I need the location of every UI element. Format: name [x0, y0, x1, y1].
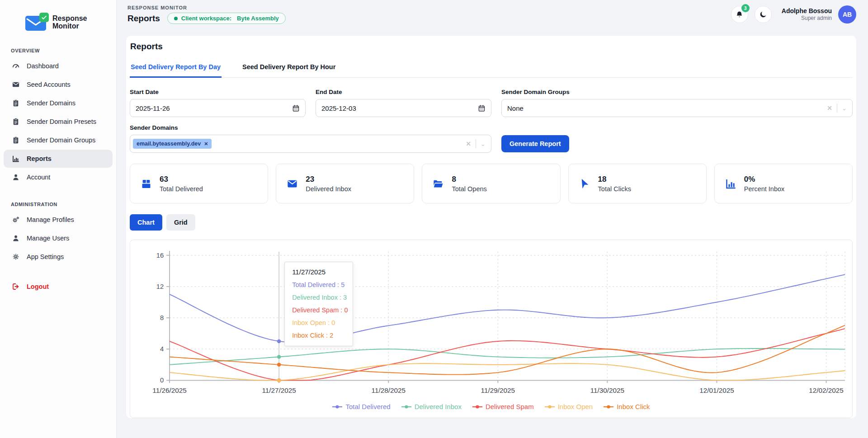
brand-logo: Response Monitor: [0, 12, 116, 33]
domain-tag[interactable]: email.byteassembly.dev ✕: [133, 139, 212, 149]
sidebar-item-account[interactable]: Account: [4, 168, 113, 186]
avatar[interactable]: AB: [838, 5, 856, 24]
sidebar-item-app-settings[interactable]: App Settings: [4, 248, 113, 266]
sender-domain-groups-select[interactable]: None ✕ ⌄: [501, 99, 853, 117]
end-date-value: 2025-12-03: [321, 104, 478, 112]
legend-marker-icon: [604, 404, 613, 410]
box-icon: [140, 178, 152, 190]
chart-view-button[interactable]: Chart: [130, 214, 162, 231]
view-toggle: Chart Grid: [130, 214, 853, 231]
stat-total-clicks: 18 Total Clicks: [568, 164, 707, 203]
svg-text:0: 0: [160, 377, 164, 384]
content-card: Reports Seed Delivery Report By Day Seed…: [126, 36, 856, 418]
sidebar-item-label: App Settings: [27, 253, 64, 260]
chart-tooltip: 11/27/2025 Total Delivered : 5Delivered …: [284, 262, 353, 346]
svg-text:12: 12: [156, 283, 164, 290]
top-header: RESPONSE MONITOR Reports Client workspac…: [117, 0, 868, 29]
sender-domains-row: Sender Domains email.byteassembly.dev ✕ …: [130, 124, 853, 153]
generate-report-button[interactable]: Generate Report: [501, 135, 569, 152]
sidebar-item-label: Manage Profiles: [27, 216, 74, 223]
stat-label: Total Delivered: [160, 185, 203, 193]
stat-value: 63: [160, 175, 203, 184]
dark-mode-toggle[interactable]: [755, 6, 772, 23]
sidebar-item-label: Sender Domains: [27, 99, 75, 107]
brand-envelope-icon: [25, 14, 48, 31]
tab-seed-delivery-by-day[interactable]: Seed Delivery Report By Day: [130, 61, 222, 78]
sender-domains-multiselect[interactable]: email.byteassembly.dev ✕ ✕ ⌄: [130, 135, 491, 153]
chevron-down-icon[interactable]: ⌄: [842, 105, 847, 112]
legend-item[interactable]: Delivered Inbox: [401, 403, 462, 410]
svg-text:12/01/2025: 12/01/2025: [699, 386, 734, 394]
app-label: RESPONSE MONITOR: [127, 5, 286, 10]
legend-marker-icon: [472, 404, 482, 410]
user-info: Adolphe Bossou Super admin: [782, 7, 832, 22]
logout-button[interactable]: Logout: [4, 278, 113, 296]
sender-domain-groups-label: Sender Domain Groups: [501, 89, 853, 95]
sidebar-item-label: Sender Domain Presets: [27, 118, 96, 125]
user-name: Adolphe Bossou: [782, 7, 832, 15]
tooltip-row: Delivered Inbox : 3: [292, 294, 345, 301]
stat-label: Percent Inbox: [744, 185, 784, 193]
sidebar-item-label: Dashboard: [27, 62, 59, 70]
calendar-icon[interactable]: [292, 104, 300, 112]
gears-icon: [12, 216, 20, 224]
calendar-icon[interactable]: [478, 104, 486, 112]
tooltip-row: Inbox Click : 2: [292, 332, 345, 339]
brand-name: Response Monitor: [52, 14, 87, 30]
sidebar-item-reports[interactable]: Reports: [4, 150, 113, 168]
domain-tag-label: email.byteassembly.dev: [137, 141, 201, 147]
notification-count-badge: 3: [741, 4, 750, 12]
workspace-label: Client workspace:: [181, 15, 231, 22]
clipboard-icon: [12, 99, 20, 107]
sender-domain-groups-value: None: [507, 104, 827, 112]
sender-domains-label: Sender Domains: [130, 124, 491, 131]
start-date-value: 2025-11-26: [136, 104, 292, 112]
remove-tag-icon[interactable]: ✕: [204, 141, 208, 147]
tab-bar: Seed Delivery Report By Day Seed Deliver…: [130, 61, 853, 78]
stat-total-delivered: 63 Total Delivered: [130, 164, 268, 203]
tab-seed-delivery-by-hour[interactable]: Seed Delivery Report By Hour: [241, 61, 336, 78]
bar-chart-icon: [725, 178, 737, 190]
chart-container: 048121611/26/202511/27/202511/28/202511/…: [130, 240, 853, 418]
chevron-down-icon[interactable]: ⌄: [481, 141, 486, 147]
svg-text:8: 8: [160, 314, 164, 321]
sidebar-item-sender-domains[interactable]: Sender Domains: [4, 94, 113, 112]
gear-icon: [12, 253, 20, 261]
sidebar-item-sender-domain-presets[interactable]: Sender Domain Presets: [4, 113, 113, 131]
header-page-title: Reports: [127, 14, 160, 24]
notifications-button[interactable]: 3: [731, 6, 748, 23]
end-date-input[interactable]: 2025-12-03: [316, 99, 491, 117]
stat-value: 18: [598, 175, 631, 184]
cursor-icon: [579, 178, 591, 190]
sidebar-item-label: Reports: [27, 155, 52, 162]
clear-icon[interactable]: ✕: [827, 104, 832, 112]
line-chart[interactable]: 048121611/26/202511/27/202511/28/202511/…: [134, 246, 849, 402]
svg-text:11/27/2025: 11/27/2025: [262, 386, 296, 394]
sidebar-item-manage-profiles[interactable]: Manage Profiles: [4, 211, 113, 229]
legend-label: Delivered Inbox: [415, 403, 462, 410]
grid-view-button[interactable]: Grid: [166, 214, 195, 231]
workspace-badge[interactable]: Client workspace: Byte Assembly: [167, 13, 286, 24]
check-icon: [39, 13, 49, 22]
sidebar-item-label: Account: [27, 174, 50, 181]
legend-item[interactable]: Inbox Open: [545, 403, 593, 410]
sidebar-item-seed-accounts[interactable]: Seed Accounts: [4, 75, 113, 94]
sidebar-item-manage-users[interactable]: Manage Users: [4, 229, 113, 247]
chart-legend: Total DeliveredDelivered InboxDelivered …: [134, 402, 849, 415]
stat-value: 23: [306, 175, 351, 184]
legend-item[interactable]: Inbox Click: [604, 403, 650, 410]
legend-marker-icon: [401, 404, 411, 410]
legend-item[interactable]: Total Delivered: [332, 403, 390, 410]
legend-label: Inbox Open: [558, 403, 593, 410]
start-date-label: Start Date: [130, 89, 306, 95]
svg-text:11/29/2025: 11/29/2025: [481, 386, 515, 394]
bar-chart-icon: [12, 155, 20, 163]
sidebar-item-dashboard[interactable]: Dashboard: [4, 57, 113, 75]
tooltip-row: Total Delivered : 5: [292, 281, 345, 288]
start-date-input[interactable]: 2025-11-26: [130, 99, 306, 117]
stats-row: 63 Total Delivered 23 Delivered Inbox 8 …: [130, 164, 853, 203]
sidebar-item-label: Manage Users: [27, 235, 69, 242]
legend-item[interactable]: Delivered Spam: [472, 403, 534, 410]
clear-icon[interactable]: ✕: [466, 140, 471, 147]
sidebar-item-sender-domain-groups[interactable]: Sender Domain Groups: [4, 131, 113, 149]
